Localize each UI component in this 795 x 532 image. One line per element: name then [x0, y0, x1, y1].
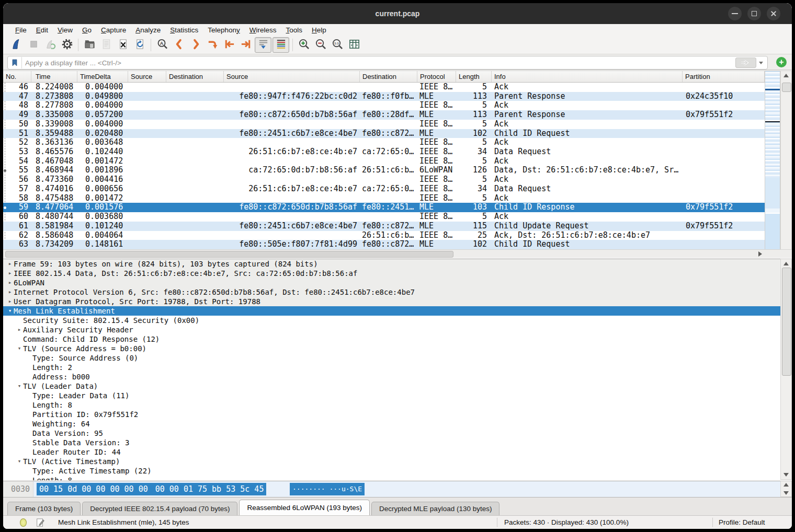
expand-arrow-icon[interactable]: ▸: [6, 259, 14, 269]
detail-row-16[interactable]: Partition ID: 0x79f551f2: [3, 410, 780, 419]
packet-row-55[interactable]: 558.4689440.001896ca:72:65:0d:b7:b8:56:a…: [3, 166, 765, 175]
add-filter-button[interactable]: +: [776, 57, 787, 67]
packet-list-hscrollbar[interactable]: [3, 249, 765, 258]
detail-row-17[interactable]: Weighting: 64: [3, 419, 780, 429]
detail-row-18[interactable]: Data Version: 95: [3, 429, 780, 438]
colorize-packets-button[interactable]: [272, 37, 289, 53]
detail-row-8[interactable]: Command: Child ID Response (12): [3, 334, 780, 344]
status-profile[interactable]: Profile: Default: [719, 516, 765, 529]
filter-dropdown-caret[interactable]: [759, 62, 763, 64]
detail-scroll-thumb[interactable]: [782, 268, 791, 376]
detail-row-4[interactable]: ▸User Datagram Protocol, Src Port: 19788…: [3, 297, 780, 306]
collapse-arrow-icon[interactable]: ▾: [16, 344, 23, 353]
zoom-out-button[interactable]: [313, 38, 328, 52]
detail-row-12[interactable]: Address: b000: [3, 372, 780, 381]
packet-row-53[interactable]: 538.4655760.10244026:51:c6:b7:e8:ce:4b:e…: [3, 147, 765, 157]
column-header-delta[interactable]: TimeDelta: [77, 71, 128, 82]
detail-row-5[interactable]: ▾Mesh Link Establishment: [3, 306, 780, 316]
packet-row-48[interactable]: 488.2778080.004000IEEE 8…5Ack: [3, 101, 765, 110]
detail-scrollbar[interactable]: [780, 259, 792, 480]
detail-row-0[interactable]: ▸Frame 59: 103 bytes on wire (824 bits),…: [3, 259, 780, 269]
open-file-button[interactable]: [82, 38, 97, 52]
expand-arrow-icon[interactable]: ▸: [6, 269, 14, 278]
go-to-packet-button[interactable]: [205, 38, 220, 52]
detail-row-3[interactable]: ▸Internet Protocol Version 6, Src: fe80:…: [3, 287, 780, 297]
column-header-len[interactable]: Length: [456, 71, 492, 82]
close-button[interactable]: [767, 7, 780, 20]
detail-row-13[interactable]: ▾TLV (Leader Data): [3, 381, 780, 391]
packet-row-47[interactable]: 478.2738080.049800fe80::947f:f476:22bc:c…: [3, 92, 765, 101]
menu-telephony[interactable]: Telephony: [203, 26, 245, 34]
packet-row-62[interactable]: 628.5860480.00406426:51:c6:b…IEEE 8…25Ac…: [3, 231, 765, 240]
display-filter-input[interactable]: [22, 59, 735, 67]
expand-arrow-icon[interactable]: ▸: [6, 297, 14, 306]
byte-tab-2[interactable]: Reassembled 6LoWPAN (193 bytes): [239, 500, 370, 515]
packet-row-63[interactable]: 638.7342090.148161fe80::505e:f807:7f81:4…: [3, 240, 765, 249]
menu-wireless[interactable]: Wireless: [245, 26, 281, 34]
detail-row-23[interactable]: Length: 8: [3, 476, 780, 480]
packet-row-46[interactable]: 468.2240080.004000IEEE 8…5Ack: [3, 83, 765, 92]
menu-tools[interactable]: Tools: [281, 26, 308, 34]
packet-list-scroll-thumb[interactable]: [782, 83, 791, 92]
menu-go[interactable]: Go: [77, 26, 96, 34]
detail-row-14[interactable]: Type: Leader Data (11): [3, 391, 780, 400]
scroll-up-arrow[interactable]: [783, 74, 789, 77]
capture-options-button[interactable]: [59, 38, 75, 52]
maximize-button[interactable]: [747, 7, 761, 20]
zoom-original-button[interactable]: 1:1: [330, 38, 345, 52]
apply-filter-button[interactable]: [735, 57, 756, 68]
column-header-info[interactable]: Info: [492, 71, 683, 82]
column-header-dst2[interactable]: Destination: [360, 71, 417, 82]
expand-arrow-icon[interactable]: ▸: [6, 278, 14, 287]
menu-edit[interactable]: Edit: [31, 26, 53, 34]
detail-row-22[interactable]: Type: Active Timestamp (22): [3, 466, 780, 476]
detail-row-15[interactable]: Length: 8: [3, 400, 780, 410]
packet-row-49[interactable]: 498.3350080.057200fe80::c872:650d:b7b8:5…: [3, 110, 765, 120]
go-first-packet-button[interactable]: [221, 38, 237, 52]
packet-list-scrollbar[interactable]: [780, 71, 792, 258]
capture-comment-icon[interactable]: [36, 518, 45, 527]
column-header-proto[interactable]: Protocol: [417, 71, 456, 82]
hex-scrollbar[interactable]: [780, 481, 792, 497]
menu-view[interactable]: View: [53, 26, 77, 34]
packet-row-52[interactable]: 528.3631360.003648IEEE 8…5Ack: [3, 138, 765, 147]
scroll-down-arrow[interactable]: [783, 473, 789, 477]
start-capture-button[interactable]: [9, 38, 25, 52]
scroll-right-arrow[interactable]: [756, 251, 764, 257]
collapse-arrow-icon[interactable]: ▾: [16, 457, 23, 466]
byte-tab-0[interactable]: Frame (103 bytes): [7, 502, 81, 515]
packet-row-54[interactable]: 548.4670480.001472IEEE 8…5Ack: [3, 157, 765, 166]
go-next-packet-button[interactable]: [188, 38, 203, 52]
packet-row-50[interactable]: 508.3390080.004000IEEE 8…5Ack: [3, 120, 765, 129]
hex-bytes-selected[interactable]: 00 15 0d 00 00 00 00 0000 00 01 75 bb 53…: [37, 483, 266, 495]
packet-row-60[interactable]: 608.4807440.003680IEEE 8…5Ack: [3, 212, 765, 222]
byte-tab-1[interactable]: Decrypted IEEE 802.15.4 payload (70 byte…: [82, 502, 237, 515]
detail-row-7[interactable]: ▸Auxiliary Security Header: [3, 325, 780, 334]
hex-ascii-selected[interactable]: ········ ···u·S\E: [290, 483, 365, 495]
go-last-packet-button[interactable]: [238, 38, 254, 52]
expand-arrow-icon[interactable]: ▸: [16, 325, 23, 334]
auto-scroll-button[interactable]: [255, 37, 271, 53]
column-header-dst1[interactable]: Destination: [166, 71, 224, 82]
detail-row-9[interactable]: ▾TLV (Source Address = b0:00): [3, 344, 780, 353]
expand-arrow-icon[interactable]: ▸: [6, 287, 14, 297]
filter-bookmark-icon[interactable]: [8, 57, 22, 68]
go-previous-packet-button[interactable]: [171, 38, 187, 52]
zoom-in-button[interactable]: [296, 38, 312, 52]
column-header-src2[interactable]: Source: [224, 71, 360, 82]
reload-file-button[interactable]: [132, 38, 147, 52]
expert-info-icon[interactable]: [20, 518, 27, 527]
packet-row-59[interactable]: 598.4770640.001576fe80::c872:650d:b7b8:5…: [3, 203, 765, 212]
packet-row-56[interactable]: 568.4733600.004416IEEE 8…5Ack: [3, 175, 765, 184]
packet-row-61[interactable]: 618.5819840.101240fe80::2451:c6b7:e8ce:4…: [3, 222, 765, 231]
column-header-no[interactable]: No.: [3, 71, 31, 82]
packet-row-58[interactable]: 588.4754880.001472IEEE 8…5Ack: [3, 194, 765, 203]
byte-tab-3[interactable]: Decrypted MLE payload (130 bytes): [371, 502, 499, 515]
detail-row-10[interactable]: Type: Source Address (0): [3, 353, 780, 363]
detail-row-21[interactable]: ▾TLV (Active Timestamp): [3, 457, 780, 466]
menu-analyze[interactable]: Analyze: [131, 26, 165, 34]
hscroll-thumb[interactable]: [5, 251, 453, 258]
collapse-arrow-icon[interactable]: ▾: [16, 381, 23, 391]
intelligent-scrollbar[interactable]: [765, 71, 780, 258]
detail-row-11[interactable]: Length: 2: [3, 363, 780, 372]
